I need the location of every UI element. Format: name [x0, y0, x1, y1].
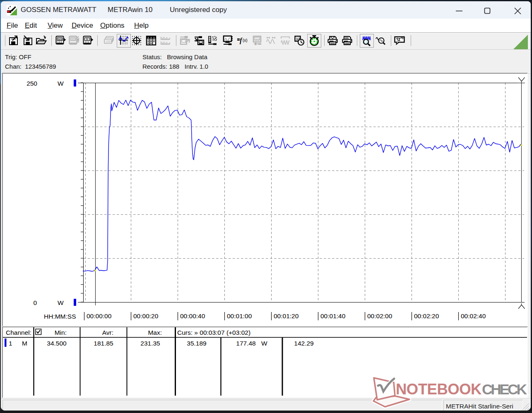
svg-text:34.500: 34.500	[47, 340, 67, 347]
svg-text:HH:MM:SS: HH:MM:SS	[44, 313, 76, 320]
svg-text:142.29: 142.29	[294, 340, 313, 347]
svg-text:(x): (x)	[243, 38, 248, 43]
svg-text:f: f	[240, 37, 243, 44]
svg-text:1257: 1257	[106, 40, 112, 43]
svg-text:177.48: 177.48	[236, 340, 255, 347]
svg-text:00:02:20: 00:02:20	[414, 312, 439, 319]
svg-text:00:02:00: 00:02:00	[367, 312, 392, 319]
svg-text:Min:: Min:	[55, 329, 67, 336]
svg-text:181.85: 181.85	[94, 340, 113, 347]
svg-text:35.189: 35.189	[187, 340, 206, 347]
svg-text:00:02:40: 00:02:40	[461, 312, 486, 319]
svg-text:M: M	[22, 340, 27, 347]
svg-text:00:00:40: 00:00:40	[180, 312, 205, 319]
svg-text:Avr:: Avr:	[102, 329, 113, 336]
svg-text:321: 321	[58, 38, 63, 41]
svg-text:W: W	[261, 340, 267, 347]
svg-text:250: 250	[26, 80, 37, 87]
svg-text:00:01:00: 00:01:00	[227, 312, 252, 319]
svg-text:0: 0	[33, 299, 37, 306]
svg-text:321: 321	[71, 38, 76, 41]
svg-text:CHECK: CHECK	[482, 381, 527, 398]
svg-text:00:00:20: 00:00:20	[133, 312, 159, 319]
svg-text:00:00:00: 00:00:00	[87, 312, 112, 319]
svg-text:Channel:: Channel:	[6, 329, 31, 336]
svg-text:1: 1	[9, 340, 12, 347]
svg-text:W: W	[58, 80, 64, 87]
svg-text:M: M	[86, 38, 89, 41]
svg-text:00:01:20: 00:01:20	[274, 312, 299, 319]
svg-text:Max:: Max:	[148, 329, 162, 336]
svg-text:NOTEBOOK: NOTEBOOK	[396, 381, 482, 398]
svg-text:321: 321	[255, 38, 260, 40]
svg-text:00:01:40: 00:01:40	[320, 312, 346, 319]
svg-text:Curs: » 00:03:07 (+03:02): Curs: » 00:03:07 (+03:02)	[177, 329, 250, 336]
svg-text:W: W	[58, 299, 64, 306]
svg-text:231.35: 231.35	[140, 340, 160, 347]
